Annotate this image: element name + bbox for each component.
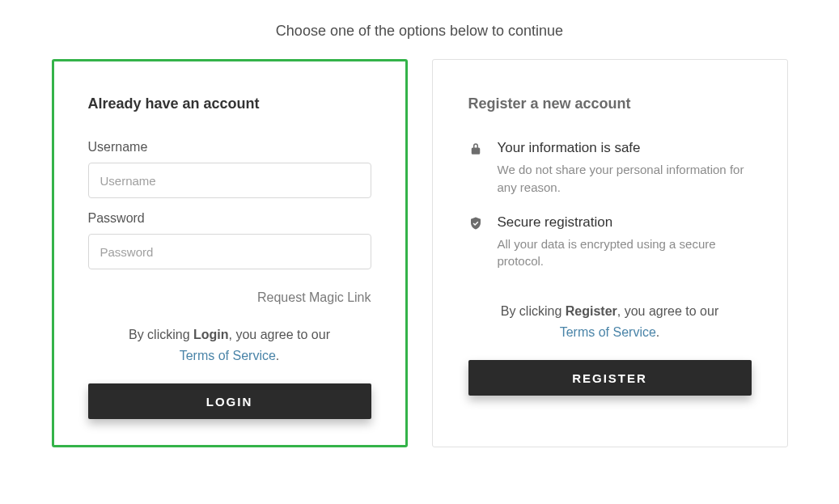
- register-agree-text: By clicking Register, you agree to our T…: [468, 301, 752, 342]
- shield-check-icon: [468, 216, 483, 271]
- login-agree-text: By clicking Login, you agree to our Term…: [88, 324, 371, 366]
- register-agree-suffix: , you agree to our: [617, 304, 718, 318]
- magic-link[interactable]: Request Magic Link: [257, 290, 371, 304]
- info-secure-desc: All your data is encrypted using a secur…: [498, 235, 752, 271]
- page-subtitle: Choose one of the options below to conti…: [15, 23, 824, 40]
- login-button[interactable]: LOGIN: [88, 383, 371, 419]
- username-label: Username: [88, 140, 371, 155]
- lock-icon: [468, 142, 483, 197]
- password-input[interactable]: [88, 234, 371, 269]
- register-heading: Register a new account: [468, 95, 752, 112]
- cards-row: Already have an account Username Passwor…: [15, 59, 824, 447]
- login-agree-suffix: , you agree to our: [229, 328, 330, 341]
- info-safe-desc: We do not share your personal informatio…: [498, 161, 752, 197]
- register-card: Register a new account Your information …: [432, 59, 788, 447]
- login-agree-action: Login: [193, 328, 229, 341]
- register-button[interactable]: REGISTER: [468, 360, 752, 396]
- username-input[interactable]: [88, 163, 371, 198]
- login-tos-link[interactable]: Terms of Service: [180, 349, 276, 362]
- register-tos-link[interactable]: Terms of Service: [560, 325, 656, 339]
- info-secure-row: Secure registration All your data is enc…: [468, 214, 752, 271]
- info-safe-row: Your information is safe We do not share…: [468, 140, 752, 197]
- login-heading: Already have an account: [88, 95, 371, 112]
- login-card: Already have an account Username Passwor…: [52, 59, 408, 447]
- register-agree-prefix: By clicking: [501, 304, 566, 318]
- info-safe-title: Your information is safe: [498, 140, 752, 156]
- info-secure-title: Secure registration: [498, 214, 752, 231]
- login-agree-prefix: By clicking: [129, 328, 193, 341]
- password-label: Password: [88, 211, 371, 226]
- register-agree-action: Register: [566, 304, 617, 318]
